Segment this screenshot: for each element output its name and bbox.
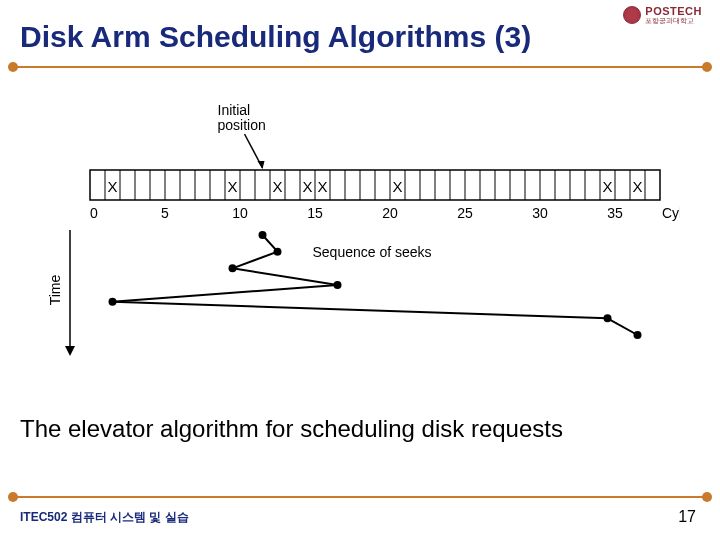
svg-text:X: X [632, 178, 642, 195]
footer-rule [12, 496, 708, 498]
slide-title: Disk Arm Scheduling Algorithms (3) [20, 20, 531, 54]
svg-point-70 [229, 264, 237, 272]
svg-text:X: X [107, 178, 117, 195]
svg-text:Sequence of seeks: Sequence of seeks [313, 244, 432, 260]
svg-text:X: X [602, 178, 612, 195]
svg-text:10: 10 [232, 205, 248, 221]
svg-point-69 [274, 248, 282, 256]
course-code: ITEC502 컴퓨터 시스템 및 실습 [20, 509, 189, 526]
svg-text:35: 35 [607, 205, 623, 221]
title-rule [12, 66, 708, 68]
svg-text:X: X [227, 178, 237, 195]
svg-point-74 [634, 331, 642, 339]
svg-line-64 [233, 268, 338, 285]
svg-line-67 [608, 318, 638, 335]
svg-line-66 [113, 302, 608, 319]
svg-text:X: X [272, 178, 282, 195]
svg-text:position: position [218, 117, 266, 133]
svg-text:20: 20 [382, 205, 398, 221]
svg-text:0: 0 [90, 205, 98, 221]
disk-seek-figure: InitialpositionXXXXXXXX05101520253035Cyl… [40, 100, 680, 380]
svg-text:Time: Time [47, 274, 63, 305]
svg-marker-60 [65, 346, 75, 356]
svg-text:15: 15 [307, 205, 323, 221]
svg-point-71 [334, 281, 342, 289]
svg-text:Cylinder: Cylinder [662, 205, 680, 221]
logo-main: POSTECH [645, 6, 702, 17]
postech-logo-text: POSTECH 포항공과대학교 [645, 6, 702, 24]
figure-caption: The elevator algorithm for scheduling di… [20, 415, 700, 443]
logo-sub: 포항공과대학교 [645, 17, 702, 24]
svg-text:X: X [317, 178, 327, 195]
postech-logo: POSTECH 포항공과대학교 [623, 6, 702, 24]
page-number: 17 [678, 508, 696, 526]
title-rule-dot-right [702, 62, 712, 72]
svg-point-72 [109, 298, 117, 306]
footer-rule-dot-right [702, 492, 712, 502]
svg-line-65 [113, 285, 338, 302]
svg-text:X: X [392, 178, 402, 195]
postech-seal-icon [623, 6, 641, 24]
svg-text:Initial: Initial [218, 102, 251, 118]
svg-text:X: X [302, 178, 312, 195]
svg-marker-3 [258, 161, 265, 169]
svg-text:25: 25 [457, 205, 473, 221]
svg-line-63 [233, 252, 278, 269]
svg-point-73 [604, 314, 612, 322]
svg-text:5: 5 [161, 205, 169, 221]
svg-text:30: 30 [532, 205, 548, 221]
svg-point-68 [259, 231, 267, 239]
